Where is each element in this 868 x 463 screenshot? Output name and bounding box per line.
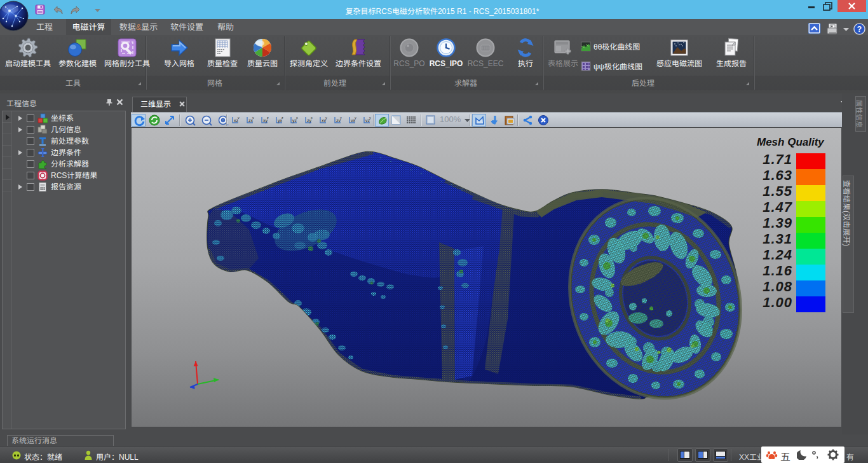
svg-text:y: y <box>369 116 371 120</box>
svg-text:z: z <box>281 116 283 120</box>
svg-text:y: y <box>340 116 342 120</box>
svg-text:z: z <box>267 116 269 120</box>
svg-text:v: v <box>238 116 240 120</box>
svg-text:x: x <box>311 116 313 120</box>
svg-text:v: v <box>252 116 254 120</box>
svg-text:?: ? <box>857 25 862 34</box>
svg-text:y: y <box>355 116 356 120</box>
svg-text:x: x <box>296 116 298 120</box>
svg-text:y: y <box>325 116 327 120</box>
